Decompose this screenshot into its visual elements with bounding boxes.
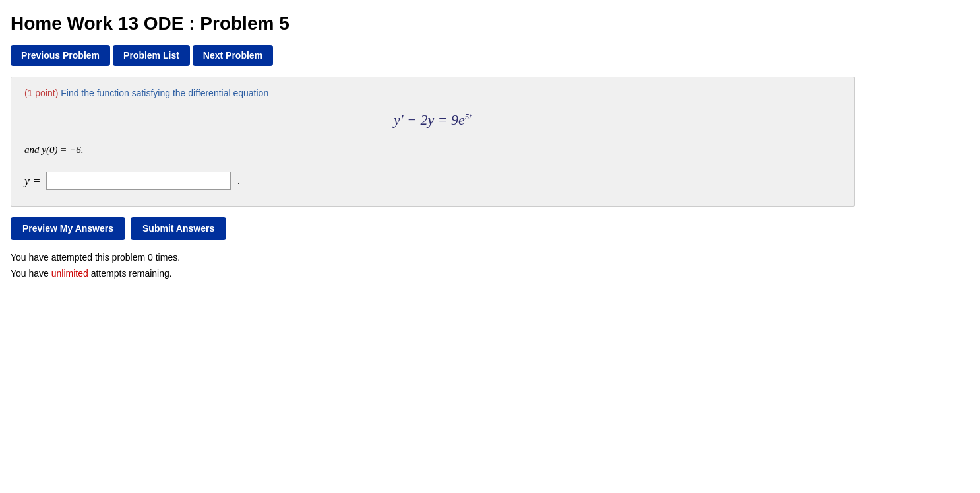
next-problem-button[interactable]: Next Problem [193, 45, 273, 66]
remaining-prefix: You have [11, 268, 51, 279]
problem-box: (1 point) Find the function satisfying t… [11, 77, 855, 207]
action-buttons: Preview My Answers Submit Answers [11, 217, 969, 240]
answer-label: y = [24, 174, 41, 188]
attempt-info: You have attempted this problem 0 times.… [11, 250, 969, 282]
remaining-suffix: attempts remaining. [88, 268, 172, 279]
problem-instruction: Find the function satisfying the differe… [58, 88, 268, 98]
problem-list-button[interactable]: Problem List [113, 45, 190, 66]
answer-input[interactable] [46, 172, 231, 190]
equation-display: y′ − 2y = 9e5t [24, 112, 841, 129]
remaining-text: You have unlimited attempts remaining. [11, 266, 969, 282]
remaining-highlight: unlimited [51, 268, 88, 279]
problem-intro: (1 point) Find the function satisfying t… [24, 88, 841, 98]
attempts-text: You have attempted this problem 0 times. [11, 250, 969, 266]
initial-condition-prefix: and [24, 145, 42, 155]
answer-dot: . [237, 175, 240, 187]
problem-points: (1 point) [24, 88, 58, 98]
equation-text: y′ − 2y = 9e5t [394, 112, 472, 128]
page-title: Home Work 13 ODE : Problem 5 [11, 13, 969, 34]
nav-buttons: Previous Problem Problem List Next Probl… [11, 45, 969, 66]
initial-condition: and y(0) = −6. [24, 145, 841, 156]
previous-problem-button[interactable]: Previous Problem [11, 45, 110, 66]
submit-answers-button[interactable]: Submit Answers [131, 217, 226, 240]
answer-row: y = . [24, 172, 841, 190]
preview-answers-button[interactable]: Preview My Answers [11, 217, 125, 240]
